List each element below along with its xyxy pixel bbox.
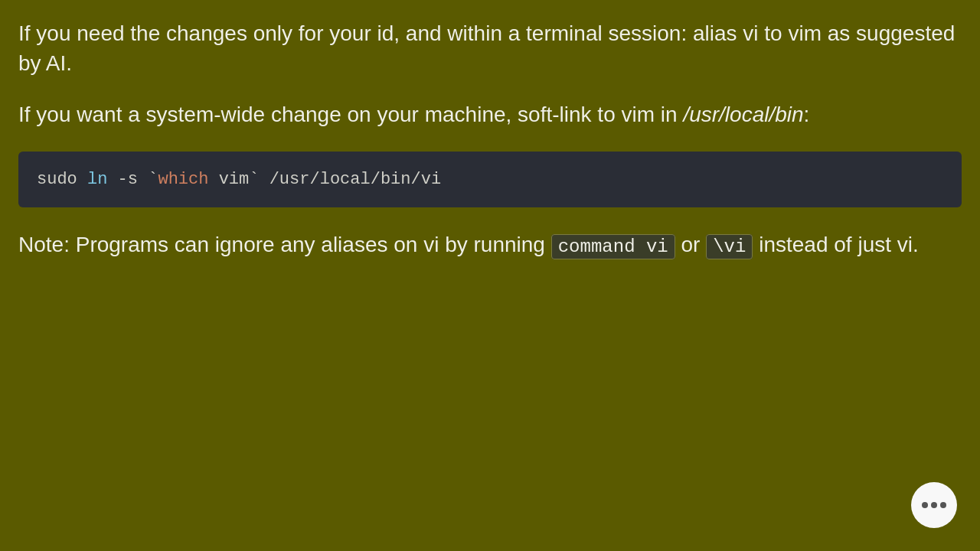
dot-1 [922,502,928,508]
inline-code-command-vi: command vi [551,234,675,259]
code-path: /usr/local/bin/vi [259,170,441,189]
para1-text: If you need the changes only for your id… [18,21,955,75]
code-which: which [158,170,208,189]
code-sudo: sudo [37,170,87,189]
paragraph-2: If you want a system-wide change on your… [18,99,962,129]
code-block: sudo ln -s `which vim` /usr/local/bin/vi [18,152,962,207]
inline-code-backslash-vi: \vi [706,234,753,259]
para2-italic-text: /usr/local/bin [683,103,803,126]
code-backtick-open: ` [148,170,158,189]
note-after-text: instead of just vi. [753,233,918,256]
para2-before-text: If you want a system-wide change on your… [18,103,683,126]
paragraph-1: If you need the changes only for your id… [18,18,962,78]
code-dash-s: -s [107,170,148,189]
code-ln: ln [87,170,107,189]
para2-after-text: : [804,103,810,126]
note-or-text: or [675,233,706,256]
code-space: vim [208,170,249,189]
note-before-text: Note: Programs can ignore any aliases on… [18,233,551,256]
chat-bubble-dots [922,502,946,508]
dot-2 [931,502,937,508]
code-backtick-close: ` [249,170,259,189]
note-paragraph: Note: Programs can ignore any aliases on… [18,229,962,261]
chat-button[interactable] [911,482,957,528]
dot-3 [940,502,946,508]
content-area: If you need the changes only for your id… [18,18,962,261]
